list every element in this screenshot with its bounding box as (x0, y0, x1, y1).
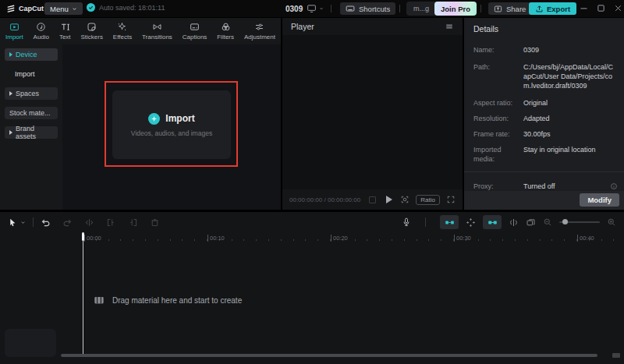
fit-to-screen-icon[interactable] (400, 195, 410, 204)
info-icon[interactable] (610, 182, 618, 190)
tab-label: Text (59, 34, 71, 41)
timeline-toolbar-left (8, 217, 160, 228)
main-track-magnet-toggle[interactable] (440, 215, 459, 229)
filters-tab-icon (221, 22, 231, 32)
expand-arrow-icon (9, 130, 12, 135)
tab-filters[interactable]: Filters (217, 22, 234, 41)
microphone-icon[interactable] (402, 217, 411, 227)
delete-icon[interactable] (150, 217, 160, 228)
player-title: Player (291, 22, 314, 31)
sidebar-item-spaces[interactable]: Spaces (5, 87, 58, 100)
shortcuts-button[interactable]: Shortcuts (340, 2, 395, 15)
captions-tab-icon (190, 22, 200, 32)
auto-ripple-icon[interactable] (466, 217, 476, 228)
effects-tab-icon (117, 22, 127, 32)
share-button[interactable]: Share (488, 2, 531, 15)
track-header-dock (5, 329, 56, 357)
timeline: 00:00 00:10 00:20 00:30 00:40 Drag mater… (0, 212, 624, 364)
timeline-toolbar (0, 212, 624, 232)
detail-value: 0309 (523, 45, 615, 55)
tab-captions[interactable]: Captions (183, 22, 207, 41)
media-content-area: Import Videos, audios, and images (62, 44, 281, 210)
playhead[interactable] (83, 232, 83, 355)
split-icon[interactable] (84, 217, 94, 228)
resize-grip[interactable] (612, 353, 620, 358)
tab-label: Transitions (142, 34, 172, 41)
stop-icon[interactable] (369, 196, 376, 203)
media-panel: Import Audio Text Stickers Effects Trans… (0, 18, 281, 210)
modify-button[interactable]: Modify (580, 193, 619, 207)
shortcuts-label: Shortcuts (359, 5, 390, 13)
tab-label: Effects (113, 34, 132, 41)
keyboard-icon (346, 4, 355, 13)
zoom-slider-handle[interactable] (562, 219, 568, 224)
sidebar-item-label: Stock mate... (9, 109, 51, 117)
playhead-handle[interactable] (82, 232, 84, 241)
cover-icon[interactable] (526, 217, 536, 228)
zoom-in-icon[interactable] (607, 217, 616, 227)
details-panel: Details Name: 0309 Path: C:/Users/bj/App… (464, 18, 624, 210)
split-cursor-icon[interactable] (509, 217, 519, 228)
import-dropzone[interactable]: Import Videos, audios, and images (112, 90, 231, 159)
tab-label: Adjustment (244, 34, 275, 41)
divider (33, 217, 34, 227)
timeline-scrollbar[interactable] (61, 354, 597, 357)
ruler-label: 00:10 (207, 235, 225, 242)
display-mode-selector[interactable] (307, 3, 324, 13)
tab-label: Audio (34, 34, 49, 41)
link-icon (488, 217, 498, 228)
sidebar-item-stock-materials[interactable]: Stock mate... (5, 107, 58, 119)
undo-icon[interactable] (41, 217, 51, 228)
chevron-down-icon (319, 6, 324, 11)
chevron-down-icon[interactable] (20, 220, 26, 225)
tab-import[interactable]: Import (5, 22, 23, 41)
detail-label: Proxy: (473, 182, 523, 191)
minimize-button[interactable] (579, 3, 589, 13)
linked-preview-toggle[interactable] (483, 215, 502, 229)
sidebar-item-brand-assets[interactable]: Brand assets (5, 126, 58, 139)
magnet-icon (445, 217, 455, 228)
expand-arrow-icon (9, 52, 12, 57)
details-footer: Modify (464, 191, 624, 210)
play-button[interactable] (386, 196, 392, 203)
redo-icon[interactable] (62, 217, 73, 228)
timeline-ruler[interactable]: 00:00 00:10 00:20 00:30 00:40 (0, 232, 624, 244)
monitor-icon (307, 3, 317, 13)
media-sidebar: Device Import Spaces Stock mate... Brand… (0, 44, 62, 210)
close-button[interactable] (613, 3, 623, 13)
details-body: Name: 0309 Path: C:/Users/bj/AppData/Loc… (464, 45, 624, 208)
fullscreen-icon[interactable] (446, 195, 456, 204)
player-controls: 00:00:00:00 / 00:00:00:00 Ratio (282, 189, 463, 210)
menu-button[interactable]: Menu (44, 2, 83, 15)
player-menu-icon[interactable] (445, 22, 454, 31)
tab-transitions[interactable]: Transitions (142, 22, 172, 41)
tab-audio[interactable]: Audio (34, 22, 49, 41)
account-area[interactable]: m...g Join Pro (406, 2, 477, 16)
film-icon (94, 295, 105, 306)
ratio-button[interactable]: Ratio (416, 195, 440, 205)
tab-adjustment[interactable]: Adjustment (244, 22, 275, 41)
timeline-zoom-slider[interactable] (559, 221, 600, 223)
tab-effects[interactable]: Effects (113, 22, 132, 41)
join-pro-button[interactable]: Join Pro (434, 2, 477, 16)
sidebar-item-import[interactable]: Import (5, 68, 58, 80)
tab-stickers[interactable]: Stickers (80, 22, 102, 41)
autosave-text: Auto saved: 18:01:11 (99, 4, 165, 12)
ruler-label: 00:00 (84, 235, 101, 242)
expand-arrow-icon (9, 91, 12, 96)
zoom-out-icon[interactable] (543, 217, 552, 227)
empty-hint-text: Drag material here and start to create (112, 296, 242, 305)
detail-label: Aspect ratio: (473, 98, 523, 108)
delete-left-icon[interactable] (106, 217, 116, 228)
detail-row-path: Path: C:/Users/bj/AppData/Local/CapCut/U… (464, 62, 624, 90)
player-viewport (282, 35, 463, 189)
maximize-button[interactable] (596, 3, 606, 13)
autosave-check-icon (87, 3, 95, 12)
delete-right-icon[interactable] (128, 217, 138, 228)
cursor-tool-icon[interactable] (8, 217, 18, 228)
detail-row-aspect-ratio: Aspect ratio: Original (464, 98, 624, 108)
export-button[interactable]: Export (529, 2, 576, 15)
sidebar-item-device[interactable]: Device (5, 48, 58, 61)
tab-text[interactable]: Text (59, 22, 71, 41)
import-line: Import (148, 113, 194, 125)
